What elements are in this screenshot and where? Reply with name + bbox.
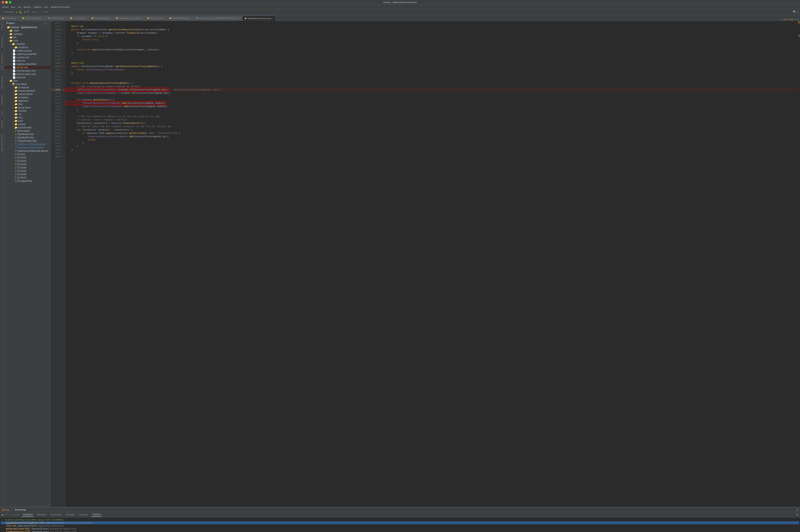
filter-icon[interactable]: ⊞: [796, 513, 798, 516]
tab-tomcat[interactable]: Tomcat.java ×: [68, 16, 89, 21]
debug-tab-memory[interactable]: Memory: [36, 513, 47, 516]
tab-close-jspservlet[interactable]: ×: [110, 17, 112, 19]
breakpoint-1020[interactable]: ●: [63, 28, 65, 31]
tree-item-eltest5[interactable]: C ELTest5: [5, 169, 50, 173]
tree-item-digesterx[interactable]: ▸ 📁 digesterx: [5, 99, 50, 102]
tree-item-settings[interactable]: ▸ 📁 .settings: [5, 32, 50, 36]
tree-item-contextxml[interactable]: 📄 context.xml: [5, 56, 50, 59]
tree-item-nio[interactable]: ▸ 📁 nio: [5, 113, 50, 116]
tab-confweb[interactable]: conf/web.xml ×: [46, 16, 68, 21]
build-button[interactable]: 🔨: [26, 11, 30, 14]
tree-item-eltest4[interactable]: C ELTest4: [5, 166, 50, 169]
breadcrumb-org[interactable]: org: [18, 6, 21, 8]
step-out-button[interactable]: ↑: [10, 513, 11, 516]
tab-overflow[interactable]: ▸ ▲38 ▲12 ∧ ∨: [780, 18, 800, 21]
sidebar-settings-icon[interactable]: ⚙: [44, 22, 47, 25]
settings-icon[interactable]: ⚙: [797, 11, 798, 14]
tree-item-datasourcemethodlistener[interactable]: C DataSourceMethodListener: [5, 149, 50, 153]
tree-item-bin[interactable]: ▸ 📁 bin: [5, 36, 50, 39]
tab-webruleset[interactable]: WebRuleSet.java ×: [167, 16, 194, 21]
tree-item-comluban[interactable]: ▾ 📦 com.luban: [5, 82, 50, 86]
tree-item-eltest6[interactable]: C ELTest6: [5, 173, 50, 176]
debug-tab-variables[interactable]: Variables: [22, 513, 34, 517]
tree-item-catalina[interactable]: ▾ 📁 Catalina: [5, 42, 50, 46]
sidebar-close-icon[interactable]: ×: [47, 22, 49, 25]
tree-item-naming[interactable]: ▸ 📁 naming: [5, 109, 50, 113]
tree-item-tomcatusers[interactable]: 📄 tomcat-users.xml: [5, 69, 50, 73]
tab-close-webruleset[interactable]: ×: [190, 17, 192, 19]
breadcrumb-catalina[interactable]: catalina: [33, 6, 41, 8]
tab-close-applicationcontext[interactable]: ×: [272, 17, 273, 19]
pullrequests-panel-icon[interactable]: Pull Requests: [1, 54, 3, 70]
tree-item-eltest3[interactable]: C ELTest3: [5, 163, 50, 166]
tab-servlettest[interactable]: servlet-test-1.0_bak/WEB-INF/web.xml ×: [194, 16, 243, 21]
tree-item-serverxml[interactable]: 📄 server.xml: [5, 66, 50, 69]
tree-item-classloadtest[interactable]: ▸ 📁 classloadtest: [5, 93, 50, 96]
tree-item-eltest[interactable]: C ELTest: [5, 153, 50, 156]
mute-breakpoints-button[interactable]: ⊘: [17, 513, 19, 516]
stack-frame-0[interactable]: populateSessionTrackingModes:1038, Appli…: [1, 521, 799, 524]
tree-item-beforecontext[interactable]: C ByteBufferTest: [5, 133, 50, 136]
debug-session-label[interactable]: Bootstrap: [15, 508, 26, 511]
tree-item-conf[interactable]: ▾ 📁 conf: [5, 39, 50, 42]
tree-item-groupsend[interactable]: ▸ 📁 group.send: [5, 106, 50, 109]
debug-tab-overhead[interactable]: Overhead: [50, 513, 62, 516]
tree-item-classreaderutils[interactable]: C ClassReaderUtils: [5, 139, 50, 142]
tree-item-datasourceclasslistener[interactable]: C DataSourceClassListener: [5, 142, 50, 146]
debug-tab-console[interactable]: Console: [78, 513, 89, 516]
tree-item-root[interactable]: ▾ 📁 tomcat ~/gitlab/tomcat: [5, 26, 50, 29]
tab-close-standardcontext[interactable]: ×: [142, 17, 143, 19]
tree-item-pool[interactable]: ▸ 📁 pool: [5, 119, 50, 122]
step-over-button[interactable]: ↷: [5, 513, 7, 516]
minimize-button[interactable]: [5, 1, 8, 3]
tree-item-socket[interactable]: ▸ 📁 socket: [5, 122, 50, 126]
tree-item-nio1[interactable]: ▸ 📁 nio1: [5, 116, 50, 119]
tree-item-transformlet[interactable]: ▸ 📁 transformlet: [5, 126, 50, 129]
tab-standardcontext[interactable]: StandardContext.java ×: [114, 16, 145, 21]
editor-content[interactable]: 1018 1019 1020 1021 1022 1023 1024 1025 …: [51, 21, 800, 507]
stack-frame-3[interactable]: postWorkDirectory:6755, StandardContext …: [1, 530, 799, 532]
debug-run-button[interactable]: 🐛: [19, 11, 22, 14]
run-config[interactable]: Bootstrap ▾: [4, 11, 15, 13]
tree-item-catalinaprops[interactable]: 📄 catalina.properties: [5, 52, 50, 56]
database-panel-icon[interactable]: Database: [1, 95, 3, 105]
debug-close[interactable]: ×: [11, 508, 13, 511]
tab-close-servlettest[interactable]: ×: [239, 17, 240, 19]
tree-item-classloadertest[interactable]: ▸ 📁 classloadertest: [5, 89, 50, 93]
tab-webxml[interactable]: WebXml.java ×: [145, 16, 167, 21]
tree-item-tomcatuserxsd[interactable]: 📄 tomcat-users.xsd: [5, 73, 50, 76]
stop-button[interactable]: ■: [24, 11, 25, 14]
close-button[interactable]: [2, 1, 4, 3]
tree-item-catalinapolicy[interactable]: 📄 catalina.policy: [5, 49, 50, 52]
breadcrumb-apache[interactable]: apache: [23, 6, 31, 8]
tree-item-logging[interactable]: 📄 logging.properties: [5, 62, 50, 66]
tab-close-webxml[interactable]: ×: [164, 17, 165, 19]
tree-item-broadcast[interactable]: ▸ 📁 broadcast: [5, 86, 50, 89]
structure-panel-icon[interactable]: Structure: [1, 36, 3, 48]
codota-panel-icon[interactable]: Codota: [1, 121, 3, 128]
tree-item-eltest1[interactable]: C ELTest1: [5, 156, 50, 159]
debug-settings-icon[interactable]: ⚙: [796, 508, 798, 511]
tree-item-datasourcefilelistener[interactable]: C DataSourceFileListener: [5, 146, 50, 149]
evaluate-button[interactable]: ≡: [15, 513, 16, 516]
tab-close-charchunk[interactable]: ×: [42, 17, 43, 19]
resume-button[interactable]: ▶: [2, 513, 4, 516]
project-panel-icon[interactable]: Project: [1, 22, 3, 31]
step-into-button[interactable]: ↓: [8, 513, 9, 516]
tree-item-basicvalue[interactable]: C BasicValue: [5, 129, 50, 133]
tree-item-hellotxt[interactable]: 📄 hello.txt: [5, 59, 50, 62]
breadcrumb-tomcat[interactable]: tomcat: [2, 6, 8, 8]
run-to-cursor-button[interactable]: ↪: [12, 513, 14, 516]
tab-close-tomcat[interactable]: ×: [86, 17, 87, 19]
tree-item-bytebuffertest[interactable]: C ByteBufferTest: [5, 136, 50, 139]
tree-item-java[interactable]: ▾ 📁 java: [5, 79, 50, 82]
search-icon[interactable]: 🔍: [793, 11, 796, 14]
debug-tab-frames[interactable]: Frames: [91, 513, 102, 517]
tab-close-found[interactable]: ×: [17, 17, 18, 19]
breadcrumb-core[interactable]: core: [44, 6, 48, 8]
tab-charchunk[interactable]: CharChunk.java ×: [20, 16, 46, 21]
tab-jspservlet[interactable]: JspServlet.java ×: [89, 16, 114, 21]
breadcrumb-java[interactable]: java: [11, 6, 15, 8]
jsonparser-panel-icon[interactable]: Json Parser: [1, 76, 3, 89]
tree-item-localhost[interactable]: ▸ 📁 localhost: [5, 46, 50, 49]
